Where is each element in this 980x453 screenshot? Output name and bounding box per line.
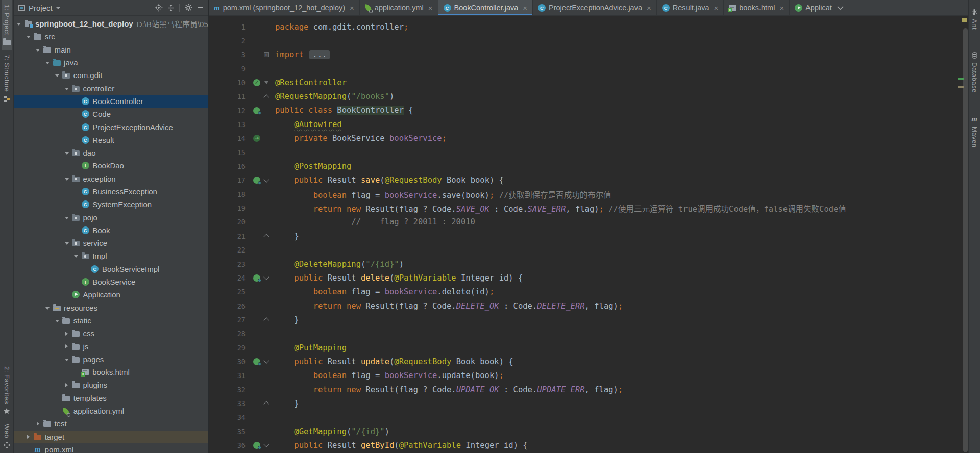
- code-line[interactable]: 35 @GetMapping("/{id}"): [209, 424, 968, 438]
- tree-item-bookservice[interactable]: IBookService: [14, 275, 208, 288]
- code-line[interactable]: 15: [209, 145, 968, 159]
- code-line[interactable]: 24 public Result delete(@PathVariable In…: [209, 271, 968, 285]
- tree-item-js[interactable]: js: [14, 340, 208, 353]
- code-editor[interactable]: 1package com.gdit.controller;23+import .…: [209, 16, 968, 453]
- code-line[interactable]: 11@RequestMapping("/books"): [209, 90, 968, 104]
- code-line[interactable]: 31 boolean flag = bookService.update(boo…: [209, 369, 968, 383]
- expand-arrow-icon[interactable]: [63, 332, 71, 336]
- settings-button[interactable]: [184, 4, 192, 12]
- tree-item-book[interactable]: CBook: [14, 224, 208, 237]
- tool-stripe-2-favorites[interactable]: 2: Favorites: [2, 362, 12, 419]
- tree-item-java[interactable]: java: [14, 56, 208, 69]
- tool-stripe-web[interactable]: Web: [2, 419, 12, 453]
- tab-bookcontroller-java[interactable]: CBookController.java×: [438, 0, 533, 15]
- spring-bean-icon[interactable]: [253, 274, 260, 282]
- fold-marker-icon[interactable]: [263, 358, 269, 364]
- tree-item-com-gdit[interactable]: com.gdit: [14, 69, 208, 82]
- expand-arrow-icon[interactable]: [63, 216, 71, 219]
- tree-item-resources[interactable]: resources: [14, 301, 208, 314]
- tree-item-test[interactable]: test: [14, 417, 208, 430]
- hide-button[interactable]: [197, 4, 204, 11]
- tree-item-src[interactable]: src: [14, 30, 208, 43]
- tree-item-plugins[interactable]: plugins: [14, 379, 208, 391]
- tree-item-application-yml[interactable]: application.yml: [14, 405, 208, 417]
- tab-applicat[interactable]: Applicat: [790, 0, 848, 15]
- code-line[interactable]: 9: [209, 62, 968, 76]
- fold-marker-icon[interactable]: [263, 234, 269, 240]
- tree-item-dao[interactable]: dao: [14, 146, 208, 159]
- tree-item-controller[interactable]: controller: [14, 82, 208, 94]
- tree-item-pojo[interactable]: pojo: [14, 211, 208, 223]
- scrollbar-thumb[interactable]: [963, 28, 968, 452]
- code-line[interactable]: 29 @PutMapping: [209, 341, 968, 355]
- close-icon[interactable]: ×: [647, 4, 651, 12]
- spring-bean-icon[interactable]: [253, 358, 260, 365]
- code-line[interactable]: 20 // flag ? 20011 : 20010: [209, 215, 968, 229]
- code-line[interactable]: 14 private BookService bookService;: [209, 132, 968, 145]
- spring-bean-check-icon[interactable]: [253, 79, 260, 86]
- expand-arrow-icon[interactable]: [34, 48, 42, 52]
- spring-bean-icon[interactable]: [253, 107, 260, 114]
- tab-projectexceptionadvice-java[interactable]: CProjectExceptionAdvice.java×: [533, 0, 657, 15]
- autowired-icon[interactable]: [253, 135, 260, 142]
- locate-button[interactable]: [155, 4, 163, 12]
- fold-marker-icon[interactable]: [263, 318, 269, 323]
- expand-arrow-icon[interactable]: [63, 87, 71, 90]
- tree-item-springboot-12-hot-deploy[interactable]: springboot_12_hot_deploy D:\B站黑马程序员\05Sp…: [14, 17, 208, 30]
- code-line[interactable]: 13 @Autowired: [209, 117, 968, 131]
- code-line[interactable]: 25 boolean flag = bookService.delete(id)…: [209, 285, 968, 299]
- close-icon[interactable]: ×: [714, 4, 719, 12]
- expand-arrow-icon[interactable]: [43, 306, 52, 310]
- tree-item-systemexception[interactable]: CSystemException: [14, 198, 208, 211]
- code-line[interactable]: 3+import ...: [209, 48, 968, 62]
- expand-arrow-icon[interactable]: [43, 61, 52, 64]
- tree-item-bookserviceimpl[interactable]: CBookServiceImpl: [14, 263, 208, 275]
- fold-marker-icon[interactable]: [264, 81, 268, 84]
- expand-arrow-icon[interactable]: [53, 73, 61, 77]
- tree-item-code[interactable]: CCode: [14, 108, 208, 120]
- fold-marker-icon[interactable]: [263, 442, 269, 447]
- close-icon[interactable]: ×: [523, 4, 527, 12]
- close-icon[interactable]: ×: [350, 4, 354, 12]
- tree-item-service[interactable]: service: [14, 237, 208, 249]
- collapse-all-button[interactable]: [167, 4, 175, 12]
- tree-item-main[interactable]: main: [14, 43, 208, 56]
- code-line[interactable]: 36 public Result getById(@PathVariable I…: [209, 438, 968, 452]
- tree-item-books-html[interactable]: books.html: [14, 366, 208, 379]
- tree-item-bookcontroller[interactable]: CBookController: [14, 95, 208, 108]
- fold-marker-icon[interactable]: [263, 177, 269, 182]
- code-line[interactable]: 32 return new Result(flag ? Code.UPDATE_…: [209, 383, 968, 396]
- tree-item-application[interactable]: Application: [14, 288, 208, 301]
- tool-stripe-7-structure[interactable]: 7: Structure: [2, 50, 12, 107]
- tree-item-bookdao[interactable]: IBookDao: [14, 159, 208, 172]
- code-line[interactable]: 10@RestController: [209, 76, 968, 89]
- code-line[interactable]: 12public class BookController {: [209, 104, 968, 117]
- tree-item-result[interactable]: CResult: [14, 134, 208, 146]
- code-line[interactable]: 22: [209, 243, 968, 257]
- tree-item-exception[interactable]: exception: [14, 172, 208, 185]
- tab-application-yml[interactable]: application.yml×: [360, 0, 438, 15]
- code-line[interactable]: 1package com.gdit.controller;: [209, 20, 968, 34]
- tree-item-target[interactable]: target: [14, 431, 208, 443]
- fold-marker-icon[interactable]: +: [264, 52, 269, 57]
- expand-arrow-icon[interactable]: [15, 22, 23, 26]
- expand-arrow-icon[interactable]: [24, 35, 33, 38]
- close-icon[interactable]: ×: [428, 4, 433, 12]
- project-tree[interactable]: springboot_12_hot_deploy D:\B站黑马程序员\05Sp…: [14, 16, 208, 453]
- tree-item-pom-xml[interactable]: mpom.xml: [14, 443, 208, 453]
- spring-bean-icon[interactable]: [253, 442, 260, 449]
- code-line[interactable]: 26 return new Result(flag ? Code.DELETE_…: [209, 299, 968, 313]
- tab-result-java[interactable]: CResult.java×: [657, 0, 724, 15]
- code-line[interactable]: 30 public Result update(@RequestBody Boo…: [209, 355, 968, 368]
- fold-marker-icon[interactable]: [263, 274, 269, 280]
- expand-arrow-icon[interactable]: [24, 435, 33, 439]
- code-line[interactable]: 27 }: [209, 313, 968, 326]
- tree-item-impl[interactable]: Impl: [14, 249, 208, 262]
- fold-marker-icon[interactable]: [263, 401, 269, 407]
- panel-title[interactable]: Project: [29, 4, 53, 12]
- tool-stripe-database[interactable]: Database: [969, 47, 980, 97]
- expand-arrow-icon[interactable]: [63, 241, 71, 245]
- tree-item-pages[interactable]: pages: [14, 353, 208, 366]
- expand-arrow-icon[interactable]: [63, 383, 71, 387]
- expand-arrow-icon[interactable]: [72, 254, 80, 258]
